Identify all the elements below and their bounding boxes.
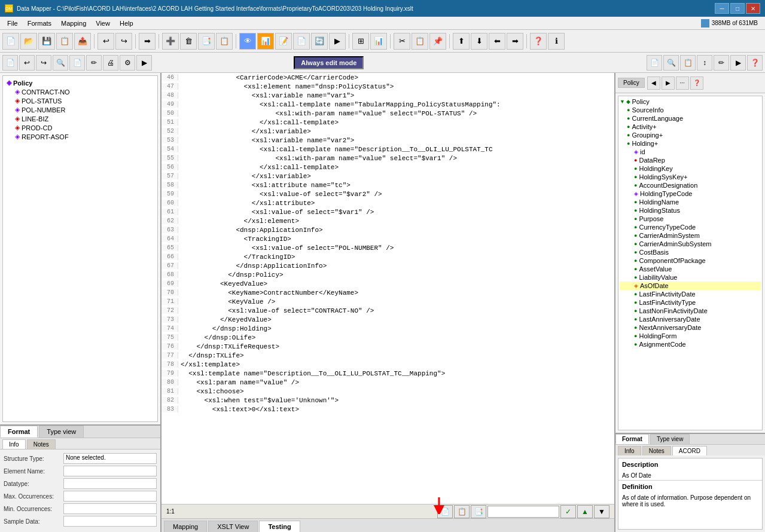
tab-testing[interactable]: Testing (259, 521, 300, 532)
always-edit-mode-toggle[interactable]: Always edit mode (294, 56, 364, 69)
tree-item-contract-no[interactable]: ◈ CONTRACT-NO (5, 87, 155, 96)
search-input[interactable] (487, 506, 559, 518)
tree-item-prod-cd[interactable]: ◈ PROD-CD (5, 123, 155, 132)
tb-format-button-1[interactable]: 📑 (198, 33, 215, 50)
tab-mapping[interactable]: Mapping (164, 521, 207, 532)
right-tree-item[interactable]: ●Grouping+ (620, 131, 761, 139)
right-tree-item[interactable]: ●AssetValue (620, 265, 761, 273)
tb2-right-search[interactable]: 🔍 (663, 55, 679, 71)
tb-view-input-button[interactable]: 👁 (239, 33, 256, 50)
tb-help-button[interactable]: ❓ (530, 33, 547, 50)
tb2-new-button[interactable]: 📄 (2, 55, 18, 71)
tb2-right-new[interactable]: 📄 (647, 55, 662, 71)
right-inner-tab-acord[interactable]: ACORD (672, 446, 707, 455)
tb-open-button[interactable]: 📂 (20, 33, 37, 50)
tb2-right-edit[interactable]: ✏ (714, 55, 729, 71)
tree-item-pol-status[interactable]: ◈ POL-STATUS (5, 96, 155, 105)
tb2-right-help[interactable]: ❓ (747, 55, 763, 71)
tb2-redo-button[interactable]: ↪ (36, 55, 51, 71)
tree-root-policy[interactable]: ◈ Policy (5, 78, 155, 87)
right-nav-back[interactable]: ◀ (647, 77, 660, 90)
tb-new-button[interactable]: 📄 (2, 33, 19, 50)
tab-type-view-left[interactable]: Type view (39, 426, 84, 438)
tab-format-left[interactable]: Format (0, 426, 38, 438)
tb-doc2-button[interactable]: 📄 (293, 33, 310, 50)
tree-item-pol-number[interactable]: ◈ POL-NUMBER (5, 105, 155, 114)
tb-add-format-button[interactable]: ➕ (162, 33, 179, 50)
right-tree-item[interactable]: ●LastNonFinActivityDate (620, 307, 761, 315)
right-tab-format[interactable]: Format (615, 434, 649, 444)
right-tree-item[interactable]: ●ComponentOfPackage (620, 256, 761, 265)
right-tree-root[interactable]: ▼ ◆Policy (620, 97, 761, 106)
right-tree-item[interactable]: ●CarrierAdminSystem (620, 231, 761, 240)
nav-next-button[interactable]: ▼ (594, 505, 609, 518)
right-tree-item[interactable]: ●CurrentLanguage (620, 114, 761, 123)
right-tree-item[interactable]: ●HoldingForm (620, 332, 761, 340)
menu-file[interactable]: File (2, 19, 23, 28)
tb-move-r-button[interactable]: ➡ (507, 33, 523, 50)
menu-formats[interactable]: Formats (23, 19, 56, 28)
right-tree-item[interactable]: ◈id (620, 148, 761, 156)
right-tree-item[interactable]: ●CurrencyTypeCode (620, 223, 761, 231)
right-tree-item[interactable]: ●AccountDesignation (620, 181, 761, 189)
right-tree-item[interactable]: ●DataRep (620, 156, 761, 164)
tb2-search-button[interactable]: 🔍 (53, 55, 68, 71)
tb-undo-button[interactable]: ↩ (97, 33, 114, 50)
right-help-button[interactable]: ❓ (690, 77, 703, 90)
right-tree-item[interactable]: ●HoldingSysKey+ (620, 173, 761, 181)
tb-map-button[interactable]: ➡ (139, 33, 156, 50)
tb-doc3-button[interactable]: 🔄 (311, 33, 328, 50)
right-tree-item[interactable]: ●LastFinActivityType (620, 298, 761, 307)
tb-doc-button[interactable]: 📝 (275, 33, 292, 50)
tb-move-l-button[interactable]: ⬅ (489, 33, 505, 50)
tb-format-button-2[interactable]: 📋 (216, 33, 233, 50)
right-inner-tab-info[interactable]: Info (618, 446, 641, 455)
tb-play-button[interactable]: ▶ (329, 33, 346, 50)
tb-save-as-button[interactable]: 📋 (56, 33, 73, 50)
right-tree-item[interactable]: ●Activity+ (620, 123, 761, 131)
tb-paste-button[interactable]: 📌 (429, 33, 446, 50)
right-more-button[interactable]: ··· (676, 77, 689, 90)
inner-tab-notes-left[interactable]: Notes (27, 439, 56, 449)
nav-prev-button[interactable]: ▲ (577, 505, 593, 518)
nav-btn-3[interactable]: 📑 (471, 505, 486, 518)
tree-item-line-biz[interactable]: ◈ LINE-BIZ (5, 114, 155, 123)
right-tab-policy[interactable]: Policy (618, 78, 645, 88)
tb2-format-button[interactable]: 📄 (69, 55, 85, 71)
right-tree-item[interactable]: ●Purpose (620, 215, 761, 223)
menu-mapping[interactable]: Mapping (56, 19, 91, 28)
tb2-align-button[interactable]: ⚙ (120, 55, 135, 71)
tb2-edit-button[interactable]: ✏ (86, 55, 102, 71)
close-button[interactable]: ✕ (746, 3, 760, 14)
right-tree-item[interactable]: ●HoldingName (620, 198, 761, 206)
right-tree-item[interactable]: ●LiabilityValue (620, 273, 761, 282)
tb2-run-button[interactable]: ▶ (136, 55, 152, 71)
right-tree-item[interactable]: ●SourceInfo (620, 106, 761, 114)
nav-btn-4[interactable]: ✓ (560, 505, 576, 518)
menu-view[interactable]: View (91, 19, 115, 28)
right-tree-item[interactable]: ●NextAnniversaryDate (620, 323, 761, 332)
right-tree-item[interactable]: ●CarrierAdminSubSystem (620, 240, 761, 248)
inner-tab-info-left[interactable]: Info (2, 439, 26, 449)
tb2-right-sort[interactable]: ↕ (697, 55, 712, 71)
right-tree-item[interactable]: ◈AsOfDate (620, 282, 761, 290)
tb-redo-button[interactable]: ↪ (115, 33, 132, 50)
tab-xslt-view[interactable]: XSLT View (208, 521, 258, 532)
right-tree-item[interactable]: ●HoldingKey (620, 164, 761, 173)
minimize-button[interactable]: ─ (715, 3, 729, 14)
right-tree-item[interactable]: ●HoldingStatus (620, 206, 761, 215)
tb-info-button[interactable]: ℹ (548, 33, 565, 50)
right-inner-tab-notes[interactable]: Notes (642, 446, 671, 455)
code-editor[interactable]: 46 <CarrierCode>ACME</CarrierCode>47 <xs… (161, 73, 614, 504)
right-tree-item[interactable]: ●LastAnniversaryDate (620, 315, 761, 323)
right-tree-item[interactable]: ●Holding+ (620, 139, 761, 148)
right-tree-item[interactable]: ◈HoldingTypeCode (620, 189, 761, 198)
right-tree-item[interactable]: ●AsignmentCode (620, 340, 761, 348)
tb2-print-button[interactable]: 🖨 (103, 55, 118, 71)
nav-btn-2[interactable]: 📋 (454, 505, 470, 518)
tree-item-report-asof[interactable]: ◈ REPORT-ASOF (5, 132, 155, 141)
tb-view-output-button[interactable]: 📊 (257, 33, 274, 50)
right-nav-fwd[interactable]: ▶ (662, 77, 675, 90)
right-tree-item[interactable]: ●LastFinActivityDate (620, 290, 761, 298)
right-tab-type-view[interactable]: Type view (650, 434, 690, 444)
